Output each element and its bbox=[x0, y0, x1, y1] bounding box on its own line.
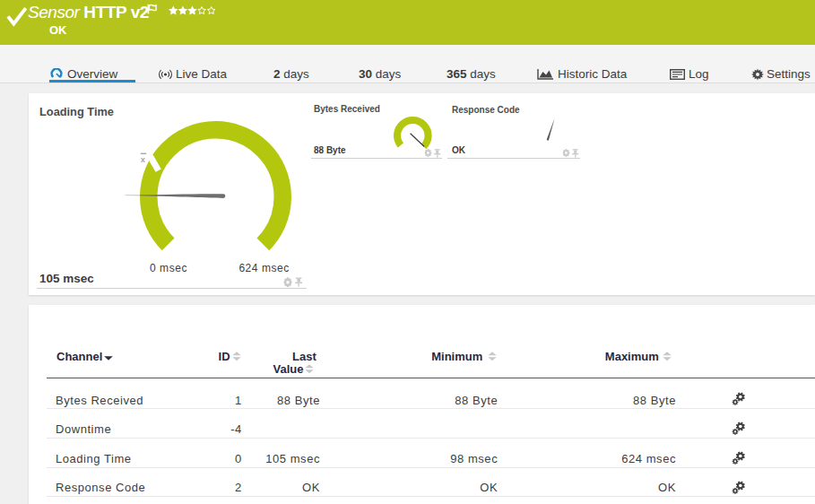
svg-text:x: x bbox=[141, 154, 145, 164]
